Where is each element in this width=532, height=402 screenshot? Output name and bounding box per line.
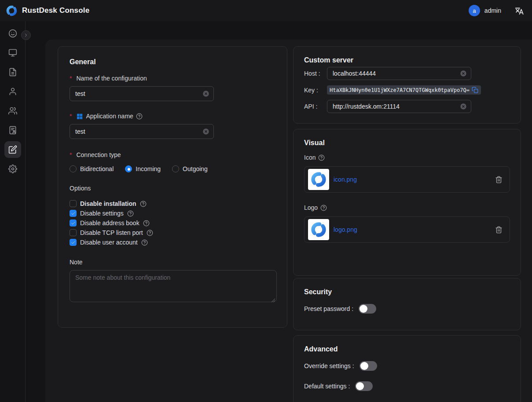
app-header: RustDesk Console a admin [0, 0, 532, 21]
checkbox [70, 200, 77, 207]
note-textarea[interactable] [70, 270, 276, 302]
radio-dot [172, 165, 179, 172]
radio-dot [70, 165, 77, 172]
advanced-panel: Advanced Override settings : Default set… [293, 335, 521, 402]
note-textarea-wrap [70, 270, 277, 302]
toggle-knob [360, 362, 368, 370]
checkbox-disable-user-account[interactable]: Disable user account [70, 238, 275, 247]
app-title: RustDesk Console [22, 6, 89, 15]
connection-type-radios: Bidirectional Incoming Outgoing [70, 165, 275, 172]
radio-dot [125, 165, 132, 172]
help-icon[interactable] [141, 239, 148, 246]
advanced-title: Advanced [304, 345, 510, 353]
clear-icon[interactable] [202, 90, 209, 97]
sidebar-item-groups[interactable] [3, 101, 22, 121]
application-name-label: Application name [70, 113, 275, 120]
connection-type-label: Connection type [70, 151, 275, 158]
icon-file-link[interactable]: icon.png [334, 176, 357, 183]
settings-icon [8, 164, 17, 173]
chevron-right-icon [23, 33, 29, 38]
default-settings-toggle[interactable] [355, 381, 373, 391]
help-icon[interactable] [143, 220, 150, 227]
sidebar [0, 21, 26, 402]
icon-thumbnail [308, 169, 329, 190]
logo-file-link[interactable]: logo.png [334, 226, 357, 233]
checkbox-disable-installation[interactable]: Disable installation [70, 199, 275, 208]
copy-icon[interactable] [472, 87, 478, 93]
rustdesk-console-app: RustDesk Console a admin [0, 0, 532, 402]
sidebar-item-audit[interactable] [3, 121, 22, 140]
config-name-input[interactable] [70, 90, 213, 97]
sidebar-item-configurations[interactable] [3, 140, 22, 159]
checkbox-disable-settings[interactable]: Disable settings [70, 208, 275, 218]
override-settings-row: Override settings : [304, 361, 510, 371]
audit-icon [8, 126, 17, 135]
radio-bidirectional[interactable]: Bidirectional [70, 165, 114, 172]
override-settings-toggle[interactable] [360, 361, 377, 371]
security-title: Security [304, 288, 510, 296]
checkbox [70, 229, 77, 236]
file-icon [8, 68, 17, 77]
preset-password-row: Preset password : [304, 304, 510, 314]
sidebar-item-users[interactable] [3, 82, 22, 101]
translate-icon[interactable] [514, 6, 524, 15]
content-area: General Name of the configuration Applic… [45, 40, 532, 402]
help-icon[interactable] [318, 154, 325, 161]
users-icon [8, 106, 17, 115]
resize-handle[interactable] [271, 296, 275, 301]
sidebar-collapse-button[interactable] [21, 30, 31, 40]
sidebar-item-devices[interactable] [3, 43, 22, 62]
key-label: Key : [304, 87, 327, 94]
monitor-icon [8, 48, 17, 57]
clear-icon[interactable] [460, 103, 467, 110]
application-name-input[interactable] [70, 128, 213, 135]
key-value: HtaXBkJNHyn0e1U1jWXze7A7CN7QTGWqxk0tpaVp… [330, 87, 470, 93]
checkbox-disable-tcp-listen-port[interactable]: Disable TCP listen port [70, 228, 275, 238]
user-icon [8, 87, 17, 96]
config-name-input-wrap [70, 86, 214, 101]
logo-thumbnail [308, 219, 329, 240]
help-icon[interactable] [320, 205, 327, 211]
host-input[interactable] [327, 70, 471, 77]
preset-password-label: Preset password : [304, 305, 353, 312]
toggle-knob [356, 382, 364, 390]
security-panel: Security Preset password : [293, 278, 521, 330]
radio-outgoing[interactable]: Outgoing [172, 165, 208, 172]
edit-icon [8, 145, 17, 154]
host-input-wrap [327, 67, 471, 80]
windows-icon [76, 113, 83, 120]
help-icon[interactable] [147, 230, 153, 236]
icon-file-box: icon.png [304, 166, 510, 193]
radio-incoming[interactable]: Incoming [125, 165, 161, 172]
options-label: Options [70, 185, 275, 192]
help-icon[interactable] [140, 201, 147, 207]
api-input[interactable] [327, 103, 471, 110]
avatar[interactable]: a [469, 5, 480, 16]
options-checkbox-list: Disable installation Disable settings Di… [70, 199, 275, 247]
clear-icon[interactable] [460, 70, 467, 77]
user-name[interactable]: admin [484, 7, 501, 14]
icon-label: Icon [304, 154, 510, 161]
trash-icon[interactable] [495, 226, 503, 234]
sidebar-item-logs[interactable] [3, 62, 22, 82]
help-icon[interactable] [127, 210, 134, 217]
note-label: Note [70, 259, 275, 266]
default-settings-row: Default settings : [304, 381, 510, 391]
application-name-input-wrap [70, 124, 214, 139]
default-settings-label: Default settings : [304, 383, 350, 390]
preset-password-toggle[interactable] [359, 304, 376, 314]
sidebar-item-dashboard[interactable] [3, 24, 22, 43]
clear-icon[interactable] [202, 128, 209, 135]
trash-icon[interactable] [495, 176, 503, 183]
checkbox [70, 210, 77, 217]
help-icon[interactable] [136, 113, 143, 120]
checkbox-disable-address-book[interactable]: Disable address book [70, 218, 275, 228]
api-row: API : [304, 100, 510, 113]
host-label: Host : [304, 70, 327, 77]
rustdesk-logo-icon [5, 4, 18, 17]
host-row: Host : [304, 67, 510, 80]
key-value-chip: HtaXBkJNHyn0e1U1jWXze7A7CN7QTGWqxk0tpaVp… [327, 85, 481, 95]
visual-panel: Visual Icon icon.png Logo [293, 129, 521, 276]
sidebar-item-settings[interactable] [3, 159, 22, 179]
api-label: API : [304, 103, 327, 110]
